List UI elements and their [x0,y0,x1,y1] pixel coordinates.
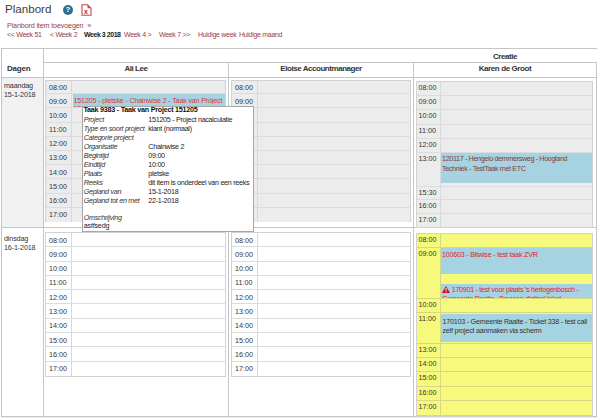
svg-text:x: x [84,8,88,15]
